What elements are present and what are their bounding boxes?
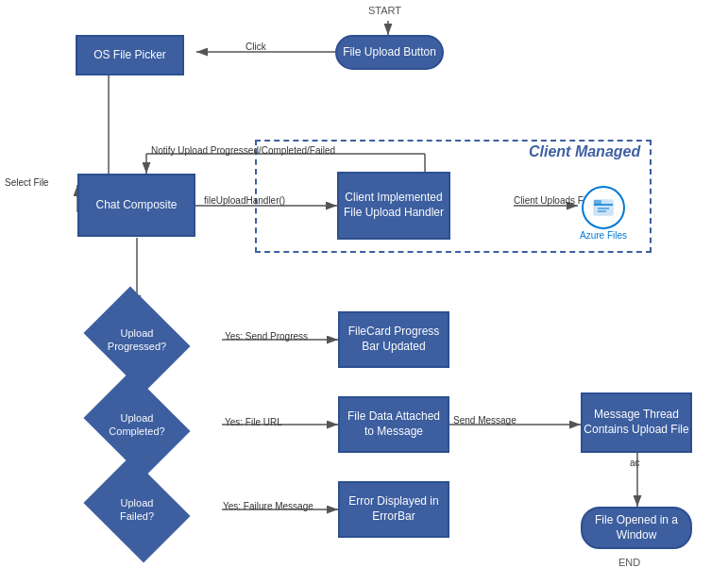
ac-label: ac	[630, 458, 640, 468]
diagram: START File Upload Button Click OS File P…	[0, 0, 728, 584]
notify-label: Notify Upload Progressed/Completed/Faile…	[151, 145, 335, 156]
upload-failed-diamond: Upload Failed?	[94, 476, 179, 542]
file-upload-handler-label: fileUploadHandler()	[204, 195, 285, 206]
file-opened: File Opened in a Window	[581, 507, 692, 549]
send-message-label: Send Message	[453, 415, 516, 425]
client-managed-label: Client Managed	[529, 143, 640, 160]
svg-rect-26	[594, 200, 601, 205]
click-label: Click	[245, 42, 266, 52]
yes-send-progress-label: Yes: Send Progress	[225, 331, 308, 342]
file-upload-button: File Upload Button	[335, 35, 444, 70]
client-impl-handler: Client Implemented File Upload Handler	[337, 172, 450, 240]
file-data-attached: File Data Attached to Message	[338, 396, 449, 453]
yes-failure-label: Yes: Failure Message	[223, 501, 313, 511]
select-file-label: Select File	[5, 177, 49, 188]
azure-file-svg	[590, 194, 617, 221]
azure-files-label: Azure Files	[580, 230, 627, 241]
end-label: END	[618, 557, 640, 568]
message-thread: Message Thread Contains Upload File	[581, 392, 692, 453]
os-file-picker: OS File Picker	[76, 35, 184, 75]
upload-completed-diamond: Upload Completed?	[94, 392, 179, 458]
filecard-progress: FileCard Progress Bar Updated	[338, 311, 449, 368]
azure-files-icon: Azure Files	[579, 183, 628, 232]
yes-file-url-label: Yes: File URL	[225, 417, 282, 427]
azure-icon-circle	[582, 186, 625, 229]
start-label: START	[368, 5, 401, 16]
chat-composite: Chat Composite	[77, 174, 195, 237]
upload-progressed-diamond: Upload Progressed?	[94, 307, 179, 373]
error-displayed: Error Displayed in ErrorBar	[338, 481, 449, 538]
